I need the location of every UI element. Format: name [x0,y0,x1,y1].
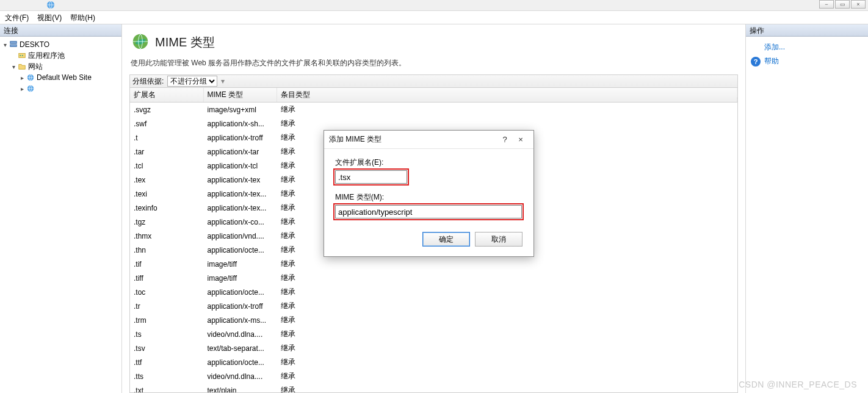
cell-ext: .tiff [130,271,203,285]
action-add[interactable]: 添加... [748,40,866,54]
cell-ext: .texi [130,187,203,201]
menu-file[interactable]: 文件(F) [5,11,29,24]
cancel-button[interactable]: 取消 [475,232,523,247]
cell-ext: .txt [130,383,203,393]
cell-entry: 继承 [277,257,737,271]
cell-ext: .swf [130,117,203,131]
page-title: MIME 类型 [155,34,215,51]
actions-header: 操作 [746,24,868,37]
cell-entry: 继承 [277,299,737,313]
ok-button[interactable]: 确定 [422,232,470,247]
col-entry-type[interactable]: 条目类型 [277,88,737,103]
cell-mime: application/x-tex [203,173,277,187]
cell-mime: application/octe... [203,285,277,299]
cell-mime: application/vnd.... [203,229,277,243]
table-row[interactable]: .swfapplication/x-sh...继承 [130,117,737,131]
group-by-select[interactable]: 不进行分组 [167,76,217,87]
cell-mime: application/x-co... [203,215,277,229]
dialog-help-button[interactable]: ? [497,135,513,144]
ext-label: 文件扩展名(E): [335,157,523,168]
table-row[interactable]: .tifimage/tiff继承 [130,257,737,271]
col-mime-type[interactable]: MIME 类型 [203,88,277,103]
cell-ext: .svgz [130,103,203,117]
tree-node-sites[interactable]: ▾ 网站 [1,61,120,72]
cell-mime: application/x-tar [203,145,277,159]
title-bar: − ▭ × [0,0,868,11]
cell-mime: text/plain [203,383,277,393]
tree-node-default-site[interactable]: ▸ Default Web Site [1,72,120,83]
table-row[interactable]: .ttsvideo/vnd.dlna....继承 [130,369,737,383]
cell-ext: .ts [130,327,203,341]
connections-pane: 连接 ▾ DESKTO 应用程序池 ▾ 网站 ▸ Default Web Sit… [0,24,122,393]
page-description: 使用此功能管理被 Web 服务器用作静态文件的文件扩展名和关联的内容类型的列表。 [131,58,738,68]
svg-rect-1 [10,41,17,44]
svg-point-4 [20,55,21,56]
cell-mime: application/x-troff [203,131,277,145]
cell-ext: .tcl [130,159,203,173]
svg-rect-2 [10,45,17,47]
col-extension[interactable]: 扩展名 [130,88,203,103]
table-row[interactable]: .tsvideo/vnd.dlna....继承 [130,327,737,341]
dialog-close-button[interactable]: × [513,135,529,144]
cell-mime: application/x-tcl [203,159,277,173]
tree-node-site[interactable]: ▸ [1,83,120,94]
tree-label: Default Web Site [37,73,92,82]
window-close-button[interactable]: × [851,0,866,9]
group-by-bar: 分组依据: 不进行分组 ▾ [129,74,738,88]
window-restore-button[interactable]: ▭ [835,0,850,9]
help-icon: ? [751,57,761,67]
cell-ext: .toc [130,285,203,299]
tree-node-app-pool[interactable]: 应用程序池 [1,50,120,61]
globe-icon [26,73,35,82]
cell-ext: .t [130,131,203,145]
table-row[interactable]: .ttfapplication/octe...继承 [130,355,737,369]
tree-label: DESKTO [20,40,49,49]
mime-types-icon [132,33,149,52]
cell-ext: .tif [130,257,203,271]
cell-ext: .tts [130,369,203,383]
table-row[interactable]: .tiffimage/tiff继承 [130,271,737,285]
cell-mime: application/octe... [203,355,277,369]
folder-icon [17,62,27,71]
cell-ext: .tar [130,145,203,159]
table-row[interactable]: .trapplication/x-troff继承 [130,299,737,313]
dialog-title: 添加 MIME 类型 [329,134,382,145]
actions-pane: 操作 添加... ?帮助 [746,24,868,393]
svg-point-5 [22,55,23,56]
tree-node-desktop[interactable]: ▾ DESKTO [1,39,120,50]
expand-icon[interactable]: ▸ [18,85,26,92]
menu-view[interactable]: 视图(V) [37,11,62,24]
cell-mime: application/octe... [203,243,277,257]
dialog-titlebar[interactable]: 添加 MIME 类型 ? × [324,131,533,149]
table-row[interactable]: .trmapplication/x-ms...继承 [130,313,737,327]
cell-mime: image/tiff [203,271,277,285]
cell-ext: .texinfo [130,201,203,215]
mime-input[interactable] [335,205,522,218]
table-row[interactable]: .tsvtext/tab-separat...继承 [130,341,737,355]
group-by-label: 分组依据: [132,76,164,87]
cell-mime: video/vnd.dlna.... [203,369,277,383]
cell-mime: text/tab-separat... [203,341,277,355]
ext-input[interactable] [335,170,407,184]
window-minimize-button[interactable]: − [819,0,834,9]
connections-tree: ▾ DESKTO 应用程序池 ▾ 网站 ▸ Default Web Site ▸ [0,37,121,96]
tree-label: 应用程序池 [28,51,65,61]
expand-icon[interactable]: ▸ [18,74,26,81]
action-help[interactable]: ?帮助 [748,54,866,68]
menu-help[interactable]: 帮助(H) [70,11,95,24]
cell-mime: video/vnd.dlna.... [203,327,277,341]
server-icon [9,40,18,49]
collapse-icon[interactable]: ▾ [1,41,9,48]
cell-entry: 继承 [277,117,737,131]
cell-mime: image/svg+xml [203,103,277,117]
cell-entry: 继承 [277,327,737,341]
table-row[interactable]: .txttext/plain继承 [130,383,737,393]
globe-icon [46,1,55,9]
table-row[interactable]: .tocapplication/octe...继承 [130,285,737,299]
cell-ext: .thmx [130,229,203,243]
table-row[interactable]: .svgzimage/svg+xml继承 [130,103,737,117]
collapse-icon[interactable]: ▾ [10,63,17,70]
mime-label: MIME 类型(M): [335,192,523,203]
cell-entry: 继承 [277,355,737,369]
cell-ext: .tr [130,299,203,313]
